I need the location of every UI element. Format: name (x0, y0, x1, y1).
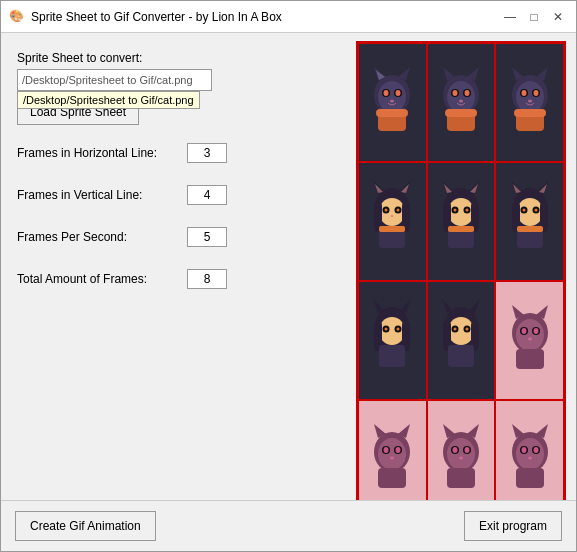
svg-point-88 (379, 317, 405, 345)
path-row: /Desktop/Spritesheet to Gif/cat.png (17, 69, 330, 91)
app-window: 🎨 Sprite Sheet to Gif Converter - by Lio… (0, 0, 577, 552)
svg-point-13 (447, 81, 475, 113)
svg-rect-22 (445, 109, 477, 117)
sprite-cell-r4c2 (427, 400, 496, 500)
svg-point-126 (384, 447, 389, 453)
svg-point-1 (378, 81, 406, 113)
svg-rect-66 (471, 202, 479, 230)
sprite-cell-r4c1 (358, 400, 427, 500)
sprite-r3c2-icon (435, 291, 487, 391)
svg-point-105 (453, 327, 456, 330)
frames-vertical-row: Frames in Vertical Line: (17, 185, 330, 205)
svg-rect-139 (447, 468, 475, 488)
svg-rect-33 (514, 109, 546, 117)
svg-point-136 (452, 447, 457, 453)
svg-point-79 (534, 208, 537, 211)
frames-per-second-label: Frames Per Second: (17, 230, 187, 244)
svg-rect-119 (516, 349, 544, 369)
svg-rect-108 (471, 321, 479, 349)
svg-point-106 (465, 327, 468, 330)
svg-rect-95 (374, 321, 382, 349)
svg-point-44 (397, 208, 400, 211)
svg-point-19 (464, 90, 469, 96)
svg-rect-65 (443, 202, 451, 230)
frames-vertical-input[interactable] (187, 185, 227, 205)
svg-point-118 (528, 337, 532, 340)
sprite-cell-r1c1 (358, 43, 427, 162)
svg-rect-83 (540, 202, 548, 230)
svg-point-138 (459, 456, 463, 459)
svg-point-94 (397, 327, 400, 330)
window-title: Sprite Sheet to Gif Converter - by Lion … (31, 10, 500, 24)
svg-point-20 (459, 99, 463, 102)
svg-point-36 (379, 198, 405, 226)
svg-point-18 (452, 90, 457, 96)
sprite-r3c1-icon (366, 291, 418, 391)
sprite-r1c1-icon (366, 53, 418, 153)
sprite-sheet-label: Sprite Sheet to convert: (17, 51, 330, 65)
sprite-cell-r3c2 (427, 281, 496, 400)
svg-rect-11 (376, 109, 408, 117)
svg-point-117 (533, 328, 538, 334)
svg-point-54 (448, 198, 474, 226)
total-frames-label: Total Amount of Frames: (17, 272, 187, 286)
frames-per-second-input[interactable] (187, 227, 227, 247)
app-icon: 🎨 (9, 9, 25, 25)
minimize-button[interactable]: — (500, 7, 520, 27)
svg-marker-89 (373, 299, 384, 313)
total-frames-input[interactable] (187, 269, 227, 289)
svg-point-128 (390, 456, 394, 459)
svg-point-47 (391, 215, 394, 217)
svg-rect-51 (379, 226, 405, 232)
sprite-grid (356, 41, 566, 500)
sprite-cell-r4c3 (495, 400, 564, 500)
svg-point-146 (521, 447, 526, 453)
svg-point-131 (447, 438, 475, 470)
svg-point-7 (384, 90, 389, 96)
sprite-cell-r3c1 (358, 281, 427, 400)
svg-point-93 (385, 327, 388, 330)
maximize-button[interactable]: □ (524, 7, 544, 27)
svg-point-78 (522, 208, 525, 211)
title-bar: 🎨 Sprite Sheet to Gif Converter - by Lio… (1, 1, 576, 33)
svg-point-148 (528, 456, 532, 459)
svg-point-43 (385, 208, 388, 211)
sprite-r4c3-icon (504, 410, 556, 501)
svg-point-137 (464, 447, 469, 453)
svg-marker-102 (469, 299, 480, 313)
sprite-cell-r1c3 (495, 43, 564, 162)
total-frames-row: Total Amount of Frames: (17, 269, 330, 289)
svg-point-147 (533, 447, 538, 453)
sprite-preview-panel (346, 33, 576, 500)
svg-rect-96 (402, 321, 410, 349)
svg-rect-109 (448, 345, 474, 367)
sprite-r1c3-icon (504, 53, 556, 153)
svg-rect-68 (448, 226, 474, 232)
window-controls: — □ ✕ (500, 7, 568, 27)
svg-rect-129 (378, 468, 406, 488)
bottom-bar: Create Gif Animation Exit program (1, 500, 576, 551)
create-gif-button[interactable]: Create Gif Animation (15, 511, 156, 541)
svg-point-71 (517, 198, 543, 226)
svg-point-141 (516, 438, 544, 470)
main-content: Sprite Sheet to convert: /Desktop/Sprite… (1, 33, 576, 500)
sprite-r3c3-icon (504, 291, 556, 391)
frames-per-second-row: Frames Per Second: (17, 227, 330, 247)
left-panel: Sprite Sheet to convert: /Desktop/Sprite… (1, 33, 346, 500)
sprite-r2c2-icon (435, 172, 487, 272)
exit-button[interactable]: Exit program (464, 511, 562, 541)
sprite-r2c3-icon (504, 172, 556, 272)
frames-horizontal-input[interactable] (187, 143, 227, 163)
sprite-cell-r2c2 (427, 162, 496, 281)
svg-point-61 (453, 208, 456, 211)
frames-horizontal-label: Frames in Horizontal Line: (17, 146, 187, 160)
svg-point-29 (521, 90, 526, 96)
svg-marker-90 (400, 299, 411, 313)
close-button[interactable]: ✕ (548, 7, 568, 27)
svg-rect-97 (379, 345, 405, 367)
path-input[interactable] (17, 69, 212, 91)
sprite-r4c1-icon (366, 410, 418, 501)
sprite-cell-r2c3 (495, 162, 564, 281)
sprite-cell-r3c3 (495, 281, 564, 400)
svg-rect-48 (374, 202, 382, 230)
